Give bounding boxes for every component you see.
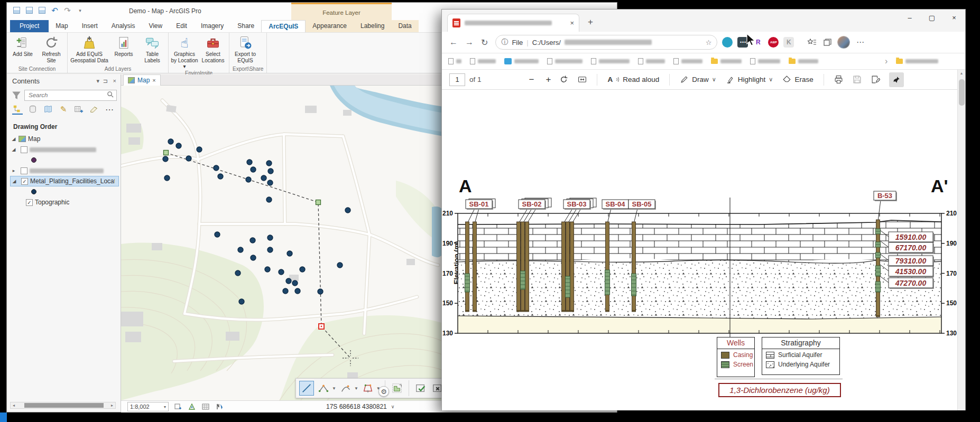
facility-point[interactable] <box>279 269 284 275</box>
export-to-equis-button[interactable]: Export to EQuIS <box>232 34 259 63</box>
list-by-snapping-icon[interactable] <box>73 104 84 115</box>
tree-item-redacted[interactable]: ◢ <box>10 144 119 155</box>
save-icon[interactable] <box>853 75 862 84</box>
map-view-tab[interactable]: Map × <box>123 74 161 86</box>
facility-point[interactable] <box>163 156 168 162</box>
layer-checkbox[interactable] <box>21 146 27 153</box>
reload-icon[interactable]: ↻ <box>481 37 488 48</box>
facility-point[interactable] <box>250 238 255 243</box>
symbol-swatch[interactable] <box>31 189 36 194</box>
facility-point[interactable] <box>218 174 223 179</box>
save-project-icon[interactable] <box>12 6 21 15</box>
coordinates-readout[interactable]: 17S 686618 4380821 ∨ <box>326 403 394 410</box>
finish-part-tool[interactable] <box>390 381 404 396</box>
facility-point[interactable] <box>318 289 323 294</box>
line-tool[interactable] <box>299 381 314 396</box>
bookmark-item[interactable] <box>547 58 583 64</box>
add-equis-geospatial-data-button[interactable]: Add EQuIS Geospatial Data <box>70 34 109 63</box>
expand-icon[interactable]: ▸ <box>11 168 16 173</box>
extension-gray-icon[interactable]: K <box>783 37 794 48</box>
facility-point[interactable] <box>247 160 252 165</box>
tab-labeling[interactable]: Labeling <box>354 20 391 32</box>
profile-avatar[interactable] <box>837 36 850 49</box>
facility-point[interactable] <box>214 165 219 171</box>
rotate-icon[interactable] <box>559 75 568 84</box>
tree-item-metal_plating_facilities_locations_2[interactable]: ◢✓Metal_Plating_Facilities_Locations_2 <box>10 176 119 186</box>
close-button[interactable]: × <box>943 10 965 25</box>
bookmark-item[interactable]: › <box>885 57 887 66</box>
read-aloud-button[interactable]: A Read aloud <box>607 76 659 83</box>
facility-point[interactable] <box>197 147 202 152</box>
facility-point[interactable] <box>164 175 170 181</box>
pin-toolbar-button[interactable] <box>889 72 904 87</box>
facility-point[interactable] <box>215 232 220 237</box>
facility-point[interactable] <box>266 161 272 166</box>
tab-imagery[interactable]: Imagery <box>194 20 230 32</box>
minimize-button[interactable]: – <box>899 10 921 25</box>
open-project-icon[interactable] <box>25 6 34 15</box>
facility-point[interactable] <box>246 177 251 182</box>
tab-arcequis[interactable]: ArcEQuIS <box>261 20 306 32</box>
trace-tool[interactable] <box>360 381 375 396</box>
arc-tool-caret[interactable]: ▼ <box>354 386 358 391</box>
expand-icon[interactable]: ◢ <box>11 136 16 142</box>
facility-point[interactable] <box>267 235 273 240</box>
extension-abp-icon[interactable]: ABP <box>768 37 779 48</box>
list-by-data-source-icon[interactable] <box>27 104 38 115</box>
pane-pin-icon[interactable]: ⊐ <box>103 78 108 85</box>
contents-search[interactable] <box>24 90 117 101</box>
map-tab-close-icon[interactable]: × <box>152 77 155 83</box>
extension-teal-icon[interactable] <box>722 37 733 48</box>
facility-point[interactable] <box>261 175 266 181</box>
print-icon[interactable] <box>834 75 843 84</box>
redo-button[interactable]: ↷ <box>63 6 72 15</box>
sketch-options-gear-icon[interactable]: ⚙ <box>378 386 389 397</box>
bookmark-item[interactable] <box>591 58 630 64</box>
list-by-editing-icon[interactable]: ✎ <box>58 104 69 115</box>
list-by-labeling-icon[interactable] <box>89 104 99 115</box>
tab-share[interactable]: Share <box>230 20 261 32</box>
facility-point[interactable] <box>235 270 241 276</box>
bookmark-item[interactable] <box>750 58 780 64</box>
filter-icon[interactable] <box>11 90 22 100</box>
zoom-out-icon[interactable]: − <box>529 74 534 85</box>
vertices-tool-caret[interactable]: ▼ <box>332 386 336 391</box>
bookmark-item[interactable] <box>896 59 938 64</box>
facility-point[interactable] <box>251 167 256 172</box>
expand-icon[interactable]: ◢ <box>11 147 16 152</box>
fit-to-width-icon[interactable] <box>578 75 587 84</box>
bookmark-item[interactable] <box>448 58 461 64</box>
sketch-vertex-green[interactable] <box>316 200 321 205</box>
arc-tool[interactable] <box>338 381 353 396</box>
page-info-icon[interactable]: ⓘ <box>501 37 508 47</box>
refresh-site-button[interactable]: Refresh Site <box>38 34 65 63</box>
finish-sketch-button[interactable] <box>413 381 428 396</box>
tab-map[interactable]: Map <box>49 20 75 32</box>
tab-appearance[interactable]: Appearance <box>306 20 354 32</box>
pane-menu-icon[interactable]: ▾ <box>96 78 99 85</box>
save-as-icon[interactable] <box>871 75 880 84</box>
expand-icon[interactable]: ◢ <box>12 179 17 184</box>
facility-point[interactable] <box>176 143 181 148</box>
facility-point[interactable] <box>287 251 292 256</box>
add-site-button[interactable]: Add Site <box>9 34 36 58</box>
pdf-browser-tab[interactable]: × <box>447 14 579 32</box>
draw-button[interactable]: Draw ∨ <box>680 75 716 84</box>
facility-point[interactable] <box>267 180 273 185</box>
facility-point[interactable] <box>266 197 272 202</box>
page-number-input[interactable] <box>449 73 465 86</box>
customize-qat-icon[interactable]: ▾ <box>76 6 85 15</box>
zoom-in-icon[interactable]: + <box>546 74 551 85</box>
tab-view[interactable]: View <box>142 20 169 32</box>
facility-point[interactable] <box>337 262 343 268</box>
facility-point[interactable] <box>251 255 256 260</box>
layer-checkbox[interactable]: ✓ <box>21 178 28 185</box>
tab-analysis[interactable]: Analysis <box>105 20 142 32</box>
undo-button[interactable]: ↶ <box>50 6 59 15</box>
save-as-icon[interactable] <box>38 6 47 15</box>
select-locations-button[interactable]: Select Locations <box>199 34 227 63</box>
facility-point[interactable] <box>238 247 243 252</box>
highlight-button[interactable]: Highlight ∨ <box>726 75 773 84</box>
compass-icon[interactable] <box>215 402 224 411</box>
facility-point[interactable] <box>283 288 288 294</box>
